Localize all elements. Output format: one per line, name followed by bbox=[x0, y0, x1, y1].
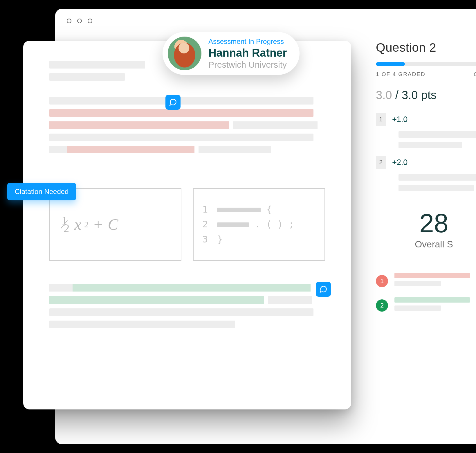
progress-fill bbox=[376, 62, 405, 66]
submission-document: 12 x2 + C 1 { 2 . ( ) ; 3 } bbox=[23, 41, 351, 409]
code-attachment[interactable]: 1 { 2 . ( ) ; 3 } bbox=[193, 188, 325, 261]
speech-bubble-icon bbox=[169, 98, 177, 106]
student-school: Prestwich University bbox=[208, 60, 287, 70]
rubric-desc-placeholder bbox=[399, 131, 476, 148]
avatar bbox=[168, 37, 201, 70]
handwritten-formula: 12 x2 + C bbox=[59, 215, 118, 234]
rubric-index: 1 bbox=[376, 113, 386, 126]
window-dot[interactable] bbox=[88, 19, 92, 23]
code-snippet: 1 { 2 . ( ) ; 3 } bbox=[202, 202, 316, 247]
progress-labels: 1 OF 4 GRADED GRAD bbox=[376, 71, 476, 78]
progress-bar bbox=[376, 62, 476, 66]
feedback-item[interactable]: 1 bbox=[376, 273, 476, 289]
comment-button[interactable] bbox=[165, 95, 181, 110]
window-dot[interactable] bbox=[77, 19, 82, 23]
student-header[interactable]: Assessment In Progress Hannah Ratner Pre… bbox=[163, 32, 300, 75]
points-earned: 3.0 bbox=[376, 89, 392, 101]
rubric-delta: +2.0 bbox=[392, 158, 408, 167]
rubric-index: 2 bbox=[376, 156, 386, 169]
window-dot[interactable] bbox=[67, 19, 71, 23]
overall-label: Overall S bbox=[376, 239, 476, 250]
feedback-badge: 2 bbox=[376, 299, 388, 312]
citation-needed-tag[interactable]: Ciatation Needed bbox=[7, 183, 76, 200]
grading-panel: Question 2 1 OF 4 GRADED GRAD 3.0 / 3.0 … bbox=[364, 29, 476, 333]
graded-right-label: GRAD bbox=[474, 71, 476, 78]
rubric-item[interactable]: 2 +2.0 bbox=[376, 156, 476, 169]
feedback-item[interactable]: 2 bbox=[376, 297, 476, 314]
comment-button[interactable] bbox=[316, 282, 331, 297]
overall-score-block: 28 Overall S bbox=[376, 208, 476, 250]
student-name: Hannah Ratner bbox=[208, 47, 287, 59]
rubric-item[interactable]: 1 +1.0 bbox=[376, 113, 476, 126]
rubric-delta: +1.0 bbox=[392, 115, 408, 124]
speech-bubble-icon bbox=[319, 285, 327, 293]
feedback-preview bbox=[394, 297, 470, 314]
points-total: 3.0 pts bbox=[402, 89, 437, 101]
rubric-desc-placeholder bbox=[399, 174, 476, 191]
attachment-row: 12 x2 + C 1 { 2 . ( ) ; 3 } bbox=[49, 188, 325, 261]
feedback-badge: 1 bbox=[376, 275, 388, 287]
question-title: Question 2 bbox=[376, 41, 476, 55]
overall-score: 28 bbox=[376, 208, 476, 238]
graded-count: 1 OF 4 GRADED bbox=[376, 71, 425, 78]
feedback-preview bbox=[394, 273, 470, 289]
points-display: 3.0 / 3.0 pts bbox=[376, 89, 476, 102]
assessment-status: Assessment In Progress bbox=[208, 37, 287, 46]
